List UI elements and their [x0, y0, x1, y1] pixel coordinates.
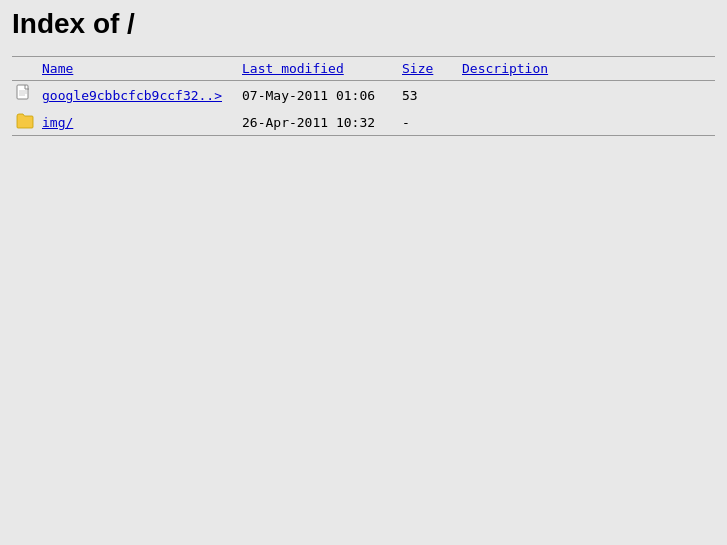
file-description-cell: [458, 81, 715, 111]
file-modified-cell: 26-Apr-2011 10:32: [238, 110, 398, 136]
name-sort-link[interactable]: Name: [42, 61, 73, 76]
svg-rect-0: [17, 85, 28, 99]
file-listing-table: Name Last modified Size Description goog…: [12, 56, 715, 136]
desc-sort-link[interactable]: Description: [462, 61, 548, 76]
page-title: Index of /: [12, 8, 715, 40]
desc-col-header: Description: [458, 57, 715, 81]
folder-icon: [16, 113, 34, 129]
file-description-cell: [458, 110, 715, 136]
table-row: google9cbbcfcb9ccf32..>07-May-2011 01:06…: [12, 81, 715, 111]
name-col-header: Name: [38, 57, 238, 81]
modified-col-header: Last modified: [238, 57, 398, 81]
file-icon-cell: [12, 81, 38, 111]
file-name-cell[interactable]: img/: [38, 110, 238, 136]
file-icon-cell: [12, 110, 38, 136]
table-row: img/26-Apr-2011 10:32-: [12, 110, 715, 136]
file-size-cell: -: [398, 110, 458, 136]
size-sort-link[interactable]: Size: [402, 61, 433, 76]
file-modified-cell: 07-May-2011 01:06: [238, 81, 398, 111]
table-header-row: Name Last modified Size Description: [12, 57, 715, 81]
file-name-cell[interactable]: google9cbbcfcb9ccf32..>: [38, 81, 238, 111]
file-size-cell: 53: [398, 81, 458, 111]
icon-col-header: [12, 57, 38, 81]
file-icon: [16, 84, 32, 104]
modified-sort-link[interactable]: Last modified: [242, 61, 344, 76]
size-col-header: Size: [398, 57, 458, 81]
file-link[interactable]: google9cbbcfcb9ccf32..>: [42, 88, 222, 103]
file-link[interactable]: img/: [42, 115, 73, 130]
